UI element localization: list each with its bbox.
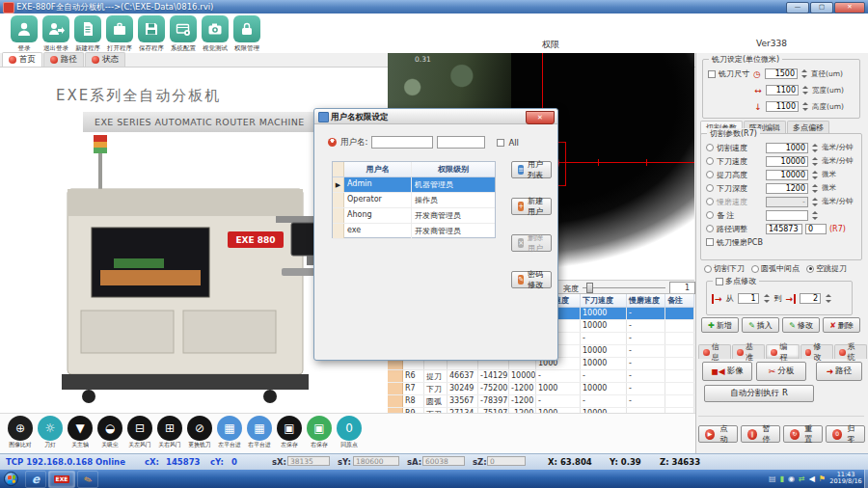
save-program-button[interactable]: 保存程序	[135, 15, 168, 53]
rights-management-button[interactable]: 权限管理	[231, 15, 263, 53]
path-adjust-input-1[interactable]	[766, 224, 802, 234]
new-program-button[interactable]: 新建程序	[71, 15, 104, 53]
change-password-button[interactable]: ✎ 密码修改	[511, 271, 552, 288]
run-control-button[interactable]: ↻ 重置	[783, 425, 823, 443]
start-button[interactable]	[4, 472, 18, 486]
diameter-spinner[interactable]	[800, 68, 808, 79]
login-button[interactable]: 登录	[8, 15, 41, 53]
function-tab[interactable]: 系统	[834, 344, 867, 359]
param-radio[interactable]	[706, 198, 714, 205]
taskbar-ie-button[interactable]: e	[25, 471, 46, 488]
function-tab[interactable]: 基准	[732, 344, 765, 359]
path-button[interactable]: ➜ 路径	[816, 362, 862, 381]
param-spinner[interactable]	[811, 156, 819, 167]
taskbar-clock[interactable]: 11:43 2019/8/16	[827, 472, 864, 485]
main-tab[interactable]: 首页	[2, 52, 42, 67]
param-spinner[interactable]	[811, 183, 819, 194]
param-radio[interactable]	[706, 171, 714, 178]
param-spinner[interactable]	[811, 210, 819, 221]
left-save-button[interactable]: ▣左保存	[274, 415, 305, 449]
path-adjust-radio[interactable]	[706, 225, 714, 232]
maximize-button[interactable]: ▢	[810, 2, 833, 14]
system-config-button[interactable]: 系统配置	[167, 15, 200, 53]
open-program-button[interactable]: 打开程序	[103, 15, 136, 53]
user-row[interactable]: Operator 操作员	[333, 193, 495, 208]
tray-flag-icon[interactable]: ⚑	[819, 474, 826, 483]
function-tab[interactable]: 编程	[766, 344, 799, 359]
cutter-size-checkbox[interactable]	[708, 70, 716, 78]
to-input[interactable]	[800, 293, 821, 304]
taskbar-exe-app-button[interactable]: EXE	[48, 471, 75, 488]
function-tab[interactable]: 修改	[800, 344, 833, 359]
param-input[interactable]	[766, 197, 808, 207]
return-origin-button[interactable]: 0回原点	[334, 415, 365, 449]
minimize-button[interactable]: —	[786, 2, 809, 14]
edit-button[interactable]: ✘ 删除	[823, 317, 860, 333]
diameter-input[interactable]	[765, 68, 798, 79]
brightness-slider-thumb[interactable]	[586, 283, 593, 293]
edit-button[interactable]: ✎ 修改	[782, 317, 820, 333]
left-air-door-button[interactable]: ⊟关左风门	[124, 415, 155, 449]
tray-window-icon[interactable]: ▤	[769, 474, 776, 483]
param-radio[interactable]	[706, 211, 714, 219]
change-cutter-button[interactable]: ⊘更换铣刀	[184, 415, 215, 449]
split-board-button[interactable]: ✂ 分板	[756, 362, 806, 381]
param-input[interactable]	[766, 156, 808, 167]
right-platform-in-button[interactable]: ▦右平台进	[244, 415, 275, 449]
taskbar-tool-button[interactable]: ✎	[77, 471, 98, 488]
main-tab[interactable]: 路径	[43, 52, 84, 67]
param-radio[interactable]	[706, 157, 714, 165]
param-spinner[interactable]	[811, 170, 819, 180]
right-air-door-button[interactable]: ⊞关右风门	[154, 415, 185, 449]
user-row[interactable]: ▶ Admin 机器管理员	[333, 177, 495, 193]
auto-split-execute-button[interactable]: 自动分割执行 R	[704, 385, 814, 402]
param-radio[interactable]	[706, 184, 714, 192]
param-radio[interactable]	[706, 144, 714, 151]
filter-input[interactable]	[437, 136, 485, 149]
table-row[interactable]: R6 提刀 46637 -14129 10000 - - -	[388, 370, 694, 383]
new-user-button[interactable]: + 新建用户	[511, 198, 552, 215]
width-spinner[interactable]	[801, 85, 809, 95]
path-adjust-input-2[interactable]	[805, 224, 827, 234]
table-row[interactable]: R8 圆弧 33567 -78397 -1200 - - -	[388, 395, 694, 408]
delete-user-button[interactable]: × 删除用户	[511, 234, 552, 252]
width-input[interactable]	[766, 85, 799, 95]
mode-radio[interactable]: 空跳提刀	[806, 263, 847, 274]
param-spinner[interactable]	[811, 143, 819, 153]
dialog-close-button[interactable]: ✕	[526, 111, 555, 124]
edit-button[interactable]: ✚ 新增	[701, 317, 739, 333]
parameter-tab[interactable]: 多点偏移	[787, 121, 829, 134]
user-list-button[interactable]: ≡ 用户列表	[511, 161, 552, 178]
tray-network-icon[interactable]: ⇄	[799, 474, 805, 483]
cutter-light-button[interactable]: ☼刀灯	[35, 415, 66, 449]
table-row[interactable]: R7 下刀 30249 -75200 -1200 1000 10000 -	[388, 383, 694, 395]
spindle-off-button[interactable]: ▼关主轴	[65, 415, 95, 449]
param-spinner[interactable]	[811, 197, 819, 207]
mode-radio[interactable]: 切割下刀	[704, 263, 745, 274]
param-input[interactable]	[766, 170, 808, 180]
mode-radio[interactable]: 圆弧中间点	[751, 263, 800, 274]
param-input[interactable]	[766, 143, 808, 153]
run-control-button[interactable]: ‖ 暂停	[741, 425, 780, 443]
tray-shield-icon[interactable]: ◉	[788, 474, 795, 483]
vacuum-off-button[interactable]: ◒关吸尘	[95, 415, 125, 449]
brightness-slider[interactable]	[583, 287, 665, 288]
vision-test-button[interactable]: 视觉测试	[199, 15, 231, 53]
height-input[interactable]	[766, 101, 799, 112]
tray-volume-icon[interactable]: ◀	[809, 474, 815, 483]
function-tab[interactable]: 信息	[698, 344, 731, 359]
tray-battery-icon[interactable]: ▮	[780, 474, 784, 483]
height-spinner[interactable]	[801, 101, 809, 112]
username-input[interactable]	[371, 136, 433, 149]
image-button[interactable]: ◼◀ 影像	[702, 362, 752, 381]
dialog-title-bar[interactable]: 用户名权限设定 ✕	[314, 109, 557, 124]
user-row[interactable]: exe 开发商管理员	[333, 224, 495, 239]
run-control-button[interactable]: ▶ 点动	[698, 425, 738, 443]
image-compare-button[interactable]: ⊕图像比对	[5, 415, 36, 449]
main-tab[interactable]: 状态	[85, 52, 125, 67]
run-control-button[interactable]: 0 归零	[826, 425, 865, 443]
edit-button[interactable]: ✎ 插入	[742, 317, 779, 333]
user-row[interactable]: Ahong 开发商管理员	[333, 208, 495, 224]
right-save-button[interactable]: ▣右保存	[304, 415, 335, 449]
from-input[interactable]	[738, 293, 759, 304]
